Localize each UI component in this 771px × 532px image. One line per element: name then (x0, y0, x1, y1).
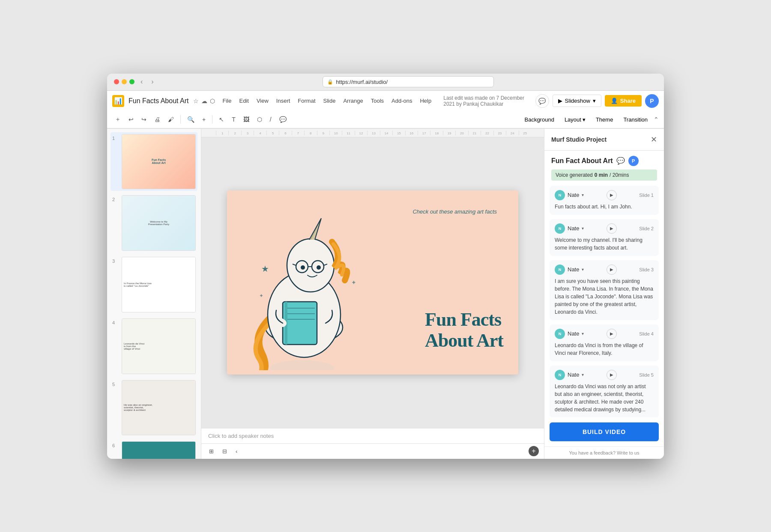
murf-panel-title: Murf Studio Project (551, 136, 607, 143)
main-content: 1 Fun FactsAbout Art 2 Welcome to MyPres… (107, 129, 664, 459)
voice-name-5: Nate (568, 372, 579, 378)
play-button-4[interactable]: ▶ (607, 329, 617, 339)
slide-item-3[interactable]: 3 In France the Mona Lisais called "La J… (111, 255, 197, 314)
voice-select-3[interactable]: N Nate ▾ (555, 265, 584, 275)
voice-select-4[interactable]: N Nate ▾ (555, 329, 584, 339)
menu-insert[interactable]: Insert (273, 96, 294, 106)
redo-button[interactable]: ↪ (139, 114, 149, 125)
doc-title[interactable]: Fun Facts About Art (128, 97, 189, 105)
zoom-out-button[interactable]: 🔍 (185, 114, 197, 125)
star-icon[interactable]: ☆ (193, 98, 199, 104)
layout-button[interactable]: Layout ▾ (560, 114, 590, 125)
transition-button[interactable]: Transition (619, 114, 652, 125)
line-tool[interactable]: / (267, 114, 274, 125)
slide-item-6[interactable]: 6 Amazed? (111, 440, 197, 458)
toolbar-separator-1 (180, 115, 181, 124)
theme-button[interactable]: Theme (592, 114, 617, 125)
toolbar-separator-2 (212, 115, 212, 124)
play-button-3[interactable]: ▶ (607, 265, 617, 275)
slide-item-5[interactable]: 5 He was also an engineer,scientist, the… (111, 378, 197, 437)
ruler-tick-24: 24 (506, 131, 518, 135)
slide-thumb-content-4: Leonardo da Vinciis from thevillage of V… (122, 319, 195, 374)
app-icon: 📊 (112, 95, 124, 107)
minimize-button[interactable] (122, 79, 127, 84)
voice-select-1[interactable]: N Nate ▾ (555, 190, 584, 200)
background-button[interactable]: Background (520, 114, 558, 125)
slides-panel: 1 Fun FactsAbout Art 2 Welcome to MyPres… (107, 129, 201, 459)
voice-avatar-2: N (555, 223, 565, 234)
paint-button[interactable]: 🖌 (165, 114, 176, 125)
slide-canvas[interactable]: Check out these amazing art facts Fun Fa… (227, 190, 518, 374)
ruler-tick-11: 11 (342, 131, 354, 135)
image-tool[interactable]: 🖼 (241, 114, 252, 125)
slide-item-4[interactable]: 4 Leonardo da Vinciis from thevillage of… (111, 317, 197, 376)
slide-number-3: 3 (112, 259, 118, 264)
slide-number-6: 6 (112, 443, 118, 448)
user-avatar[interactable]: P (645, 94, 659, 108)
voice-avatar-1: N (555, 190, 565, 200)
share-button[interactable]: 👤 Share (605, 95, 642, 107)
voice-min-used: 0 min (595, 172, 608, 178)
voice-select-5[interactable]: N Nate ▾ (555, 370, 584, 380)
ruler-tick-4: 4 (254, 131, 266, 135)
menu-slide[interactable]: Slide (320, 96, 339, 106)
comment-tool[interactable]: 💬 (277, 114, 289, 125)
drive-icon[interactable]: ⬡ (210, 98, 215, 104)
build-video-button[interactable]: BUILD VIDEO (550, 422, 659, 441)
canvas-wrapper: Check out these amazing art facts Fun Fa… (201, 137, 544, 428)
voice-name-4: Nate (568, 330, 579, 337)
menu-edit[interactable]: Edit (236, 96, 252, 106)
address-bar[interactable]: 🔒 https://murf.ai/studio/ (323, 76, 494, 87)
murf-slide-entry-4: N Nate ▾ ▶ Slide 4 Leonardo da Vinci is … (550, 324, 659, 361)
app-header-top: 📊 Fun Facts About Art ☆ ☁ ⬡ File Edit Vi… (107, 91, 664, 111)
murf-close-button[interactable]: ✕ (651, 135, 657, 144)
shape-tool[interactable]: ⬡ (254, 114, 265, 125)
undo-button[interactable]: ↩ (126, 114, 136, 125)
cursor-tool[interactable]: ↖ (216, 114, 227, 125)
slide-thumb-content-2: Welcome to MyPresentation Party (122, 196, 195, 250)
voice-name-2: Nate (568, 225, 579, 232)
voice-avatar-3: N (555, 265, 565, 275)
grid-view-button[interactable]: ⊞ (206, 446, 216, 456)
zoom-in-button[interactable]: + (200, 114, 208, 125)
cloud-icon[interactable]: ☁ (201, 98, 207, 104)
add-slide-button[interactable]: + (529, 446, 539, 456)
ruler-tick-12: 12 (355, 131, 367, 135)
play-button-1[interactable]: ▶ (607, 190, 617, 200)
collapse-panel-button[interactable]: ‹ (233, 446, 240, 456)
slide-text-3: I am sure you have seen this painting be… (555, 277, 654, 316)
collapse-toolbar-button[interactable]: ⌃ (654, 116, 659, 123)
ruler-tick-8: 8 (304, 131, 317, 135)
ruler-tick-16: 16 (405, 131, 418, 135)
menu-addons[interactable]: Add-ons (388, 96, 415, 106)
slide-entry-header-2: N Nate ▾ ▶ Slide 2 (555, 223, 654, 234)
ruler-tick-7: 7 (292, 131, 304, 135)
print-button[interactable]: 🖨 (152, 114, 163, 125)
bottom-right: + (529, 446, 539, 456)
forward-button[interactable]: › (149, 76, 156, 87)
menu-help[interactable]: Help (416, 96, 435, 106)
voice-select-2[interactable]: N Nate ▾ (555, 223, 584, 234)
menu-file[interactable]: File (219, 96, 235, 106)
text-tool[interactable]: T (229, 114, 238, 125)
add-button[interactable]: ＋ (112, 114, 123, 125)
menu-view[interactable]: View (253, 96, 272, 106)
speaker-notes[interactable]: Click to add speaker notes (201, 428, 544, 443)
play-button-5[interactable]: ▶ (607, 370, 617, 380)
left-section: 1 2 3 4 5 6 7 8 9 10 11 12 13 14 (201, 129, 544, 459)
menu-arrange[interactable]: Arrange (340, 96, 366, 106)
murf-slide-entry-2: N Nate ▾ ▶ Slide 2 Welcome to my channel… (550, 219, 659, 256)
back-button[interactable]: ‹ (138, 76, 145, 87)
url-text: https://murf.ai/studio/ (336, 79, 388, 85)
slideshow-button[interactable]: ▶ Slideshow ▾ (553, 95, 601, 107)
menu-tools[interactable]: Tools (368, 96, 387, 106)
list-view-button[interactable]: ⊟ (220, 446, 230, 456)
murf-panel-header: Murf Studio Project ✕ (544, 129, 664, 151)
slide-item-1[interactable]: 1 Fun FactsAbout Art (111, 132, 197, 191)
slide-item-2[interactable]: 2 Welcome to MyPresentation Party (111, 193, 197, 253)
play-button-2[interactable]: ▶ (607, 223, 617, 234)
menu-format[interactable]: Format (294, 96, 319, 106)
maximize-button[interactable] (129, 79, 134, 84)
close-button[interactable] (114, 79, 119, 84)
comment-button[interactable]: 💬 (535, 94, 549, 108)
